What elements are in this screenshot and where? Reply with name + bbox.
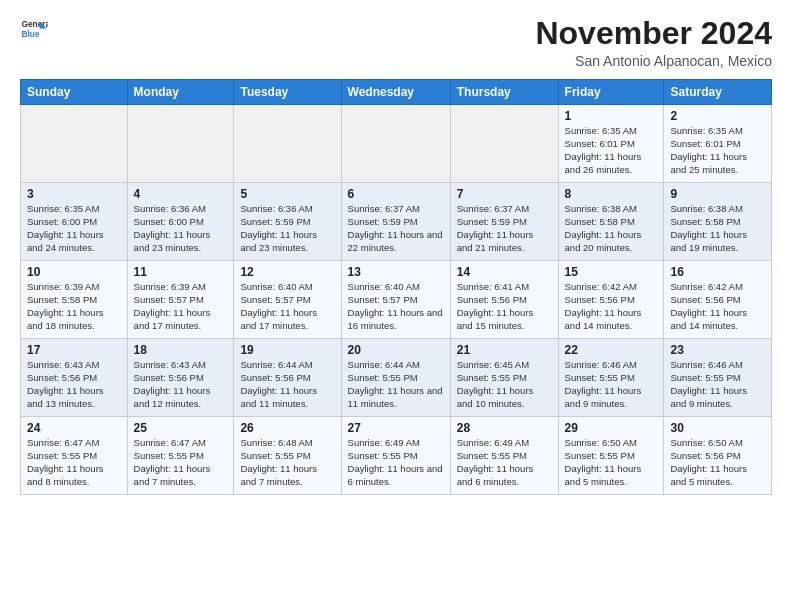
day-number: 20 bbox=[348, 343, 444, 357]
calendar-cell: 26Sunrise: 6:48 AM Sunset: 5:55 PM Dayli… bbox=[234, 417, 341, 495]
day-number: 21 bbox=[457, 343, 552, 357]
day-number: 4 bbox=[134, 187, 228, 201]
day-info: Sunrise: 6:50 AM Sunset: 5:55 PM Dayligh… bbox=[565, 437, 658, 488]
calendar-cell: 11Sunrise: 6:39 AM Sunset: 5:57 PM Dayli… bbox=[127, 261, 234, 339]
day-info: Sunrise: 6:37 AM Sunset: 5:59 PM Dayligh… bbox=[348, 203, 444, 254]
calendar-cell: 5Sunrise: 6:36 AM Sunset: 5:59 PM Daylig… bbox=[234, 183, 341, 261]
calendar-cell: 30Sunrise: 6:50 AM Sunset: 5:56 PM Dayli… bbox=[664, 417, 772, 495]
header-day-thursday: Thursday bbox=[450, 80, 558, 105]
day-number: 8 bbox=[565, 187, 658, 201]
calendar-cell: 20Sunrise: 6:44 AM Sunset: 5:55 PM Dayli… bbox=[341, 339, 450, 417]
page: General Blue November 2024 San Antonio A… bbox=[0, 0, 792, 505]
day-info: Sunrise: 6:35 AM Sunset: 6:01 PM Dayligh… bbox=[565, 125, 658, 176]
week-row-4: 17Sunrise: 6:43 AM Sunset: 5:56 PM Dayli… bbox=[21, 339, 772, 417]
day-info: Sunrise: 6:49 AM Sunset: 5:55 PM Dayligh… bbox=[457, 437, 552, 488]
day-number: 18 bbox=[134, 343, 228, 357]
week-row-3: 10Sunrise: 6:39 AM Sunset: 5:58 PM Dayli… bbox=[21, 261, 772, 339]
header-day-friday: Friday bbox=[558, 80, 664, 105]
header-day-sunday: Sunday bbox=[21, 80, 128, 105]
calendar-cell: 9Sunrise: 6:38 AM Sunset: 5:58 PM Daylig… bbox=[664, 183, 772, 261]
calendar-cell bbox=[450, 105, 558, 183]
day-number: 11 bbox=[134, 265, 228, 279]
calendar-cell: 2Sunrise: 6:35 AM Sunset: 6:01 PM Daylig… bbox=[664, 105, 772, 183]
day-number: 2 bbox=[670, 109, 765, 123]
calendar-cell: 22Sunrise: 6:46 AM Sunset: 5:55 PM Dayli… bbox=[558, 339, 664, 417]
day-number: 1 bbox=[565, 109, 658, 123]
day-number: 19 bbox=[240, 343, 334, 357]
day-number: 3 bbox=[27, 187, 121, 201]
day-info: Sunrise: 6:44 AM Sunset: 5:55 PM Dayligh… bbox=[348, 359, 444, 410]
day-number: 12 bbox=[240, 265, 334, 279]
day-info: Sunrise: 6:46 AM Sunset: 5:55 PM Dayligh… bbox=[670, 359, 765, 410]
calendar-cell bbox=[127, 105, 234, 183]
day-number: 23 bbox=[670, 343, 765, 357]
day-info: Sunrise: 6:43 AM Sunset: 5:56 PM Dayligh… bbox=[134, 359, 228, 410]
calendar-cell: 15Sunrise: 6:42 AM Sunset: 5:56 PM Dayli… bbox=[558, 261, 664, 339]
week-row-2: 3Sunrise: 6:35 AM Sunset: 6:00 PM Daylig… bbox=[21, 183, 772, 261]
day-info: Sunrise: 6:36 AM Sunset: 6:00 PM Dayligh… bbox=[134, 203, 228, 254]
day-number: 26 bbox=[240, 421, 334, 435]
calendar-cell: 21Sunrise: 6:45 AM Sunset: 5:55 PM Dayli… bbox=[450, 339, 558, 417]
calendar-cell: 25Sunrise: 6:47 AM Sunset: 5:55 PM Dayli… bbox=[127, 417, 234, 495]
week-row-5: 24Sunrise: 6:47 AM Sunset: 5:55 PM Dayli… bbox=[21, 417, 772, 495]
calendar-cell: 16Sunrise: 6:42 AM Sunset: 5:56 PM Dayli… bbox=[664, 261, 772, 339]
logo-icon: General Blue bbox=[20, 16, 48, 44]
day-info: Sunrise: 6:36 AM Sunset: 5:59 PM Dayligh… bbox=[240, 203, 334, 254]
day-info: Sunrise: 6:46 AM Sunset: 5:55 PM Dayligh… bbox=[565, 359, 658, 410]
day-number: 10 bbox=[27, 265, 121, 279]
day-info: Sunrise: 6:40 AM Sunset: 5:57 PM Dayligh… bbox=[348, 281, 444, 332]
day-number: 13 bbox=[348, 265, 444, 279]
calendar-cell: 23Sunrise: 6:46 AM Sunset: 5:55 PM Dayli… bbox=[664, 339, 772, 417]
header-day-monday: Monday bbox=[127, 80, 234, 105]
header-day-wednesday: Wednesday bbox=[341, 80, 450, 105]
subtitle: San Antonio Alpanocan, Mexico bbox=[535, 53, 772, 69]
day-number: 14 bbox=[457, 265, 552, 279]
day-info: Sunrise: 6:49 AM Sunset: 5:55 PM Dayligh… bbox=[348, 437, 444, 488]
calendar-cell: 7Sunrise: 6:37 AM Sunset: 5:59 PM Daylig… bbox=[450, 183, 558, 261]
calendar-cell: 6Sunrise: 6:37 AM Sunset: 5:59 PM Daylig… bbox=[341, 183, 450, 261]
header-day-saturday: Saturday bbox=[664, 80, 772, 105]
day-info: Sunrise: 6:40 AM Sunset: 5:57 PM Dayligh… bbox=[240, 281, 334, 332]
calendar-cell: 13Sunrise: 6:40 AM Sunset: 5:57 PM Dayli… bbox=[341, 261, 450, 339]
calendar-cell: 1Sunrise: 6:35 AM Sunset: 6:01 PM Daylig… bbox=[558, 105, 664, 183]
day-number: 5 bbox=[240, 187, 334, 201]
day-number: 25 bbox=[134, 421, 228, 435]
week-row-1: 1Sunrise: 6:35 AM Sunset: 6:01 PM Daylig… bbox=[21, 105, 772, 183]
day-info: Sunrise: 6:42 AM Sunset: 5:56 PM Dayligh… bbox=[565, 281, 658, 332]
calendar-cell: 4Sunrise: 6:36 AM Sunset: 6:00 PM Daylig… bbox=[127, 183, 234, 261]
calendar-cell bbox=[234, 105, 341, 183]
day-info: Sunrise: 6:47 AM Sunset: 5:55 PM Dayligh… bbox=[134, 437, 228, 488]
day-number: 24 bbox=[27, 421, 121, 435]
day-number: 22 bbox=[565, 343, 658, 357]
calendar-cell: 27Sunrise: 6:49 AM Sunset: 5:55 PM Dayli… bbox=[341, 417, 450, 495]
calendar-table: SundayMondayTuesdayWednesdayThursdayFrid… bbox=[20, 79, 772, 495]
day-info: Sunrise: 6:38 AM Sunset: 5:58 PM Dayligh… bbox=[565, 203, 658, 254]
day-number: 6 bbox=[348, 187, 444, 201]
header: General Blue November 2024 San Antonio A… bbox=[20, 16, 772, 69]
calendar-cell: 19Sunrise: 6:44 AM Sunset: 5:56 PM Dayli… bbox=[234, 339, 341, 417]
calendar-cell: 24Sunrise: 6:47 AM Sunset: 5:55 PM Dayli… bbox=[21, 417, 128, 495]
day-info: Sunrise: 6:35 AM Sunset: 6:01 PM Dayligh… bbox=[670, 125, 765, 176]
calendar-cell: 18Sunrise: 6:43 AM Sunset: 5:56 PM Dayli… bbox=[127, 339, 234, 417]
svg-text:Blue: Blue bbox=[21, 29, 39, 39]
calendar-cell bbox=[341, 105, 450, 183]
day-number: 29 bbox=[565, 421, 658, 435]
day-number: 7 bbox=[457, 187, 552, 201]
day-info: Sunrise: 6:43 AM Sunset: 5:56 PM Dayligh… bbox=[27, 359, 121, 410]
day-number: 16 bbox=[670, 265, 765, 279]
header-row: SundayMondayTuesdayWednesdayThursdayFrid… bbox=[21, 80, 772, 105]
day-info: Sunrise: 6:48 AM Sunset: 5:55 PM Dayligh… bbox=[240, 437, 334, 488]
calendar-cell bbox=[21, 105, 128, 183]
logo: General Blue bbox=[20, 16, 48, 44]
calendar-cell: 3Sunrise: 6:35 AM Sunset: 6:00 PM Daylig… bbox=[21, 183, 128, 261]
month-title: November 2024 bbox=[535, 16, 772, 51]
day-info: Sunrise: 6:38 AM Sunset: 5:58 PM Dayligh… bbox=[670, 203, 765, 254]
day-info: Sunrise: 6:44 AM Sunset: 5:56 PM Dayligh… bbox=[240, 359, 334, 410]
day-info: Sunrise: 6:37 AM Sunset: 5:59 PM Dayligh… bbox=[457, 203, 552, 254]
calendar-cell: 14Sunrise: 6:41 AM Sunset: 5:56 PM Dayli… bbox=[450, 261, 558, 339]
title-area: November 2024 San Antonio Alpanocan, Mex… bbox=[535, 16, 772, 69]
calendar-cell: 10Sunrise: 6:39 AM Sunset: 5:58 PM Dayli… bbox=[21, 261, 128, 339]
day-info: Sunrise: 6:35 AM Sunset: 6:00 PM Dayligh… bbox=[27, 203, 121, 254]
calendar-cell: 8Sunrise: 6:38 AM Sunset: 5:58 PM Daylig… bbox=[558, 183, 664, 261]
day-info: Sunrise: 6:50 AM Sunset: 5:56 PM Dayligh… bbox=[670, 437, 765, 488]
